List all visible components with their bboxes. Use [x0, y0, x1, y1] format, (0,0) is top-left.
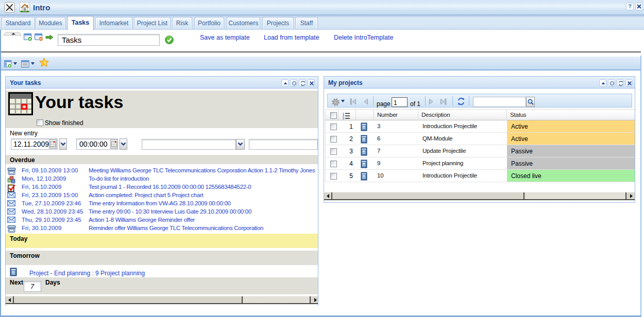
svg-text:?: ?: [628, 3, 632, 9]
svg-text:3: 3: [343, 117, 344, 120]
